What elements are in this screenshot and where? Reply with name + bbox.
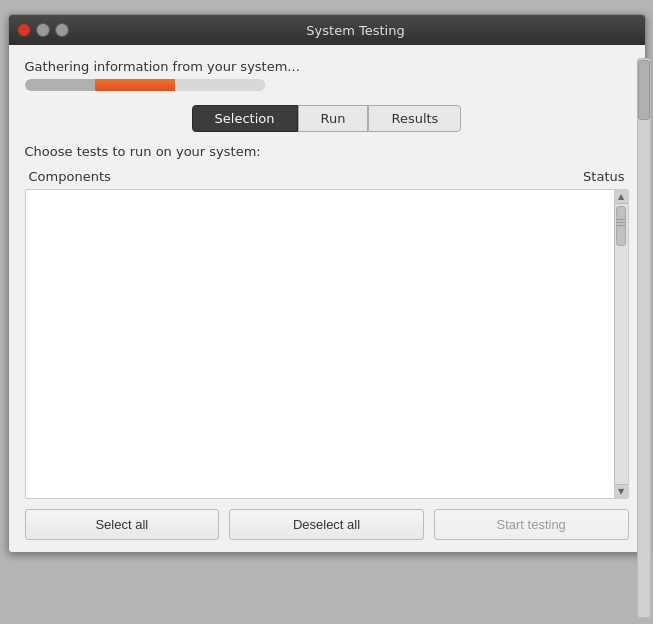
window-title: System Testing: [75, 23, 637, 38]
deselect-all-button[interactable]: Deselect all: [229, 509, 424, 540]
outer-scrollbar-thumb[interactable]: [638, 60, 650, 120]
select-all-button[interactable]: Select all: [25, 509, 220, 540]
tab-selection[interactable]: Selection: [192, 105, 298, 132]
progress-segment-empty: [175, 79, 265, 91]
main-window: System Testing Gathering information fro…: [8, 14, 646, 553]
close-button[interactable]: [17, 23, 31, 37]
table-header: Components Status: [25, 167, 629, 186]
tab-run[interactable]: Run: [298, 105, 369, 132]
instruction-text: Choose tests to run on your system:: [25, 144, 629, 159]
minimize-button[interactable]: [36, 23, 50, 37]
grip-line-2: [617, 222, 625, 223]
maximize-button[interactable]: [55, 23, 69, 37]
content-area: Gathering information from your system..…: [9, 45, 645, 552]
scrollbar-down-arrow[interactable]: ▼: [614, 484, 628, 498]
progress-bar: [25, 79, 265, 91]
tab-results[interactable]: Results: [368, 105, 461, 132]
scrollbar-grip: [617, 219, 625, 226]
outer-scrollbar[interactable]: [637, 58, 651, 618]
window-controls: [17, 23, 69, 37]
tabs-container: Selection Run Results: [25, 105, 629, 132]
components-list[interactable]: ▲ ▼: [25, 189, 629, 499]
scrollbar-up-arrow[interactable]: ▲: [614, 190, 628, 204]
start-testing-button[interactable]: Start testing: [434, 509, 629, 540]
progress-area: Gathering information from your system..…: [25, 59, 629, 91]
scrollbar-track[interactable]: ▲ ▼: [614, 190, 628, 498]
grip-line-3: [617, 225, 625, 226]
col-header-components: Components: [29, 169, 111, 184]
scrollbar-thumb[interactable]: [616, 206, 626, 246]
col-header-status: Status: [583, 169, 624, 184]
titlebar: System Testing: [9, 15, 645, 45]
progress-segment-gray: [25, 79, 95, 91]
bottom-buttons: Select all Deselect all Start testing: [25, 509, 629, 540]
progress-segment-orange: [95, 79, 175, 91]
grip-line-1: [617, 219, 625, 220]
progress-label: Gathering information from your system..…: [25, 59, 629, 74]
